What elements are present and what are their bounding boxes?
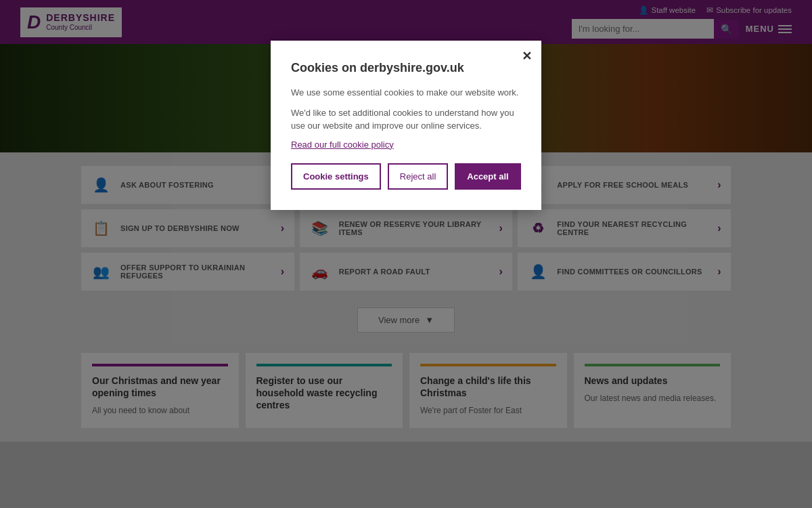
modal-buttons: Cookie settings Reject all Accept all <box>291 163 521 190</box>
modal-text1: We use some essential cookies to make ou… <box>291 86 521 100</box>
modal-overlay: ✕ Cookies on derbyshire.gov.uk We use so… <box>0 0 812 508</box>
reject-all-button[interactable]: Reject all <box>388 163 448 190</box>
accept-all-button[interactable]: Accept all <box>455 163 520 190</box>
cookie-policy-link[interactable]: Read our full cookie policy <box>291 140 521 150</box>
modal-close-button[interactable]: ✕ <box>522 49 532 64</box>
modal-text2: We'd like to set additional cookies to u… <box>291 106 521 133</box>
cookie-modal: ✕ Cookies on derbyshire.gov.uk We use so… <box>271 41 541 210</box>
modal-title: Cookies on derbyshire.gov.uk <box>291 61 521 75</box>
cookie-settings-button[interactable]: Cookie settings <box>291 163 381 190</box>
